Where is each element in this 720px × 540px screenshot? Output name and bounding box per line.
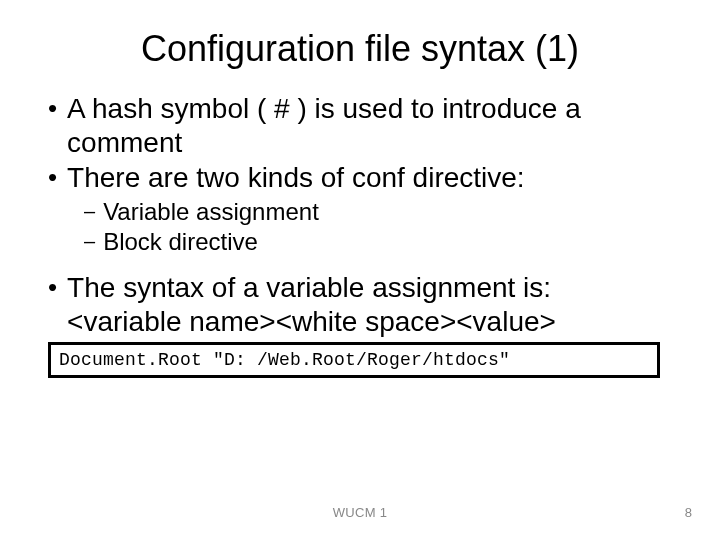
- dash-marker: –: [84, 197, 95, 225]
- bullet-line: The syntax of a variable assignment is:: [67, 272, 551, 303]
- bullet-item: • There are two kinds of conf directive:: [48, 161, 672, 195]
- bullet-item: • The syntax of a variable assignment is…: [48, 271, 672, 338]
- bullet-text: There are two kinds of conf directive:: [67, 161, 672, 195]
- code-example-box: Document.Root "D: /Web.Root/Roger/htdocs…: [48, 342, 660, 378]
- sub-bullet-item: – Variable assignment: [84, 197, 672, 227]
- footer-center-label: WUCM 1: [0, 505, 720, 520]
- bullet-line: <variable name><white space><value>: [67, 306, 556, 337]
- page-number: 8: [685, 505, 692, 520]
- sub-bullet-text: Block directive: [103, 227, 672, 257]
- code-text: Document.Root "D: /Web.Root/Roger/htdocs…: [59, 350, 510, 370]
- slide-content: • A hash symbol ( # ) is used to introdu…: [0, 92, 720, 338]
- bullet-marker: •: [48, 271, 57, 305]
- bullet-marker: •: [48, 161, 57, 195]
- bullet-text: The syntax of a variable assignment is: …: [67, 271, 672, 338]
- bullet-marker: •: [48, 92, 57, 126]
- sub-bullet-text: Variable assignment: [103, 197, 672, 227]
- bullet-text: A hash symbol ( # ) is used to introduce…: [67, 92, 672, 159]
- slide-title: Configuration file syntax (1): [0, 0, 720, 92]
- bullet-item: • A hash symbol ( # ) is used to introdu…: [48, 92, 672, 159]
- sub-bullet-item: – Block directive: [84, 227, 672, 257]
- dash-marker: –: [84, 227, 95, 255]
